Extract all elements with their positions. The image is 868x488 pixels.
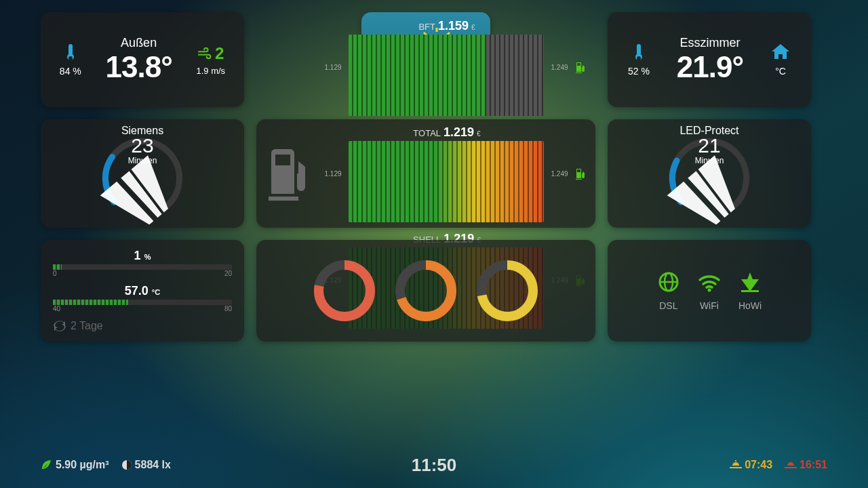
card-outside-temp[interactable]: 84 % Außen 13.8° 2 1.9 m/s (41, 12, 244, 107)
outside-temp: 13.8° (106, 50, 172, 84)
network-status-howi[interactable]: HoWi (738, 270, 762, 311)
card-system-stats[interactable]: 1 % 020 57.0 °C 4080 2 Tage (41, 240, 244, 342)
globe-icon (657, 270, 680, 296)
card-rings[interactable] (256, 240, 595, 342)
wifi-icon (698, 270, 721, 296)
inside-humidity: 52 % (628, 66, 650, 77)
wind-speed: 1.9 m/s (196, 66, 225, 76)
progress-ring (473, 257, 541, 325)
wind-icon (197, 47, 212, 60)
air-quality: 5.90 µg/m³ (56, 459, 109, 471)
road-icon (658, 146, 760, 245)
network-status-wifi[interactable]: WiFi (698, 270, 721, 311)
sunset-time: 16:51 (800, 459, 827, 471)
progress-ring (311, 257, 378, 325)
thermometer-icon (633, 43, 645, 63)
footer-bar: 5.90 µg/m³ 5884 lx 11:50 07:43 16:51 (41, 451, 827, 479)
inside-label: Esszimmer (679, 36, 740, 50)
cpu-load-bar (53, 264, 62, 270)
contrast-icon (121, 460, 132, 470)
svg-point-20 (707, 289, 711, 292)
sunrise-icon (730, 460, 742, 470)
sunset-icon (785, 460, 797, 470)
thermometer-icon (64, 43, 77, 63)
fuel-row: 1.129TOTAL 1.219 €1.249 (323, 125, 586, 222)
card-network[interactable]: DSLWiFiHoWi (608, 240, 811, 342)
sunrise-time: 07:43 (745, 459, 772, 471)
inside-unit: °C (775, 66, 786, 77)
system-age: 2 Tage (71, 320, 103, 332)
card-inside-temp[interactable]: 52 % Esszimmer 21.9° °C (608, 12, 811, 107)
network-status-dsl[interactable]: DSL (657, 270, 680, 311)
road-icon (91, 146, 193, 245)
lux: 5884 lx (135, 459, 171, 471)
home-icon (770, 43, 791, 60)
fuel-pump-icon (575, 167, 586, 180)
wind-bft: 2 (215, 44, 224, 63)
refresh-icon (53, 319, 66, 333)
card-commute-siemens[interactable]: Siemens 23 Minuten (41, 119, 244, 228)
outside-label: Außen (121, 36, 157, 50)
cpu-temp-bar (53, 300, 128, 305)
outside-humidity: 84 % (60, 66, 81, 77)
fuel-row: 1.129BFT 1.159 €1.249 (323, 19, 586, 116)
fuel-pump-icon (575, 61, 586, 73)
card-fuel-prices[interactable]: 1.129BFT 1.159 €1.2491.129TOTAL 1.219 €1… (256, 119, 595, 228)
svg-rect-21 (741, 290, 759, 292)
wizard-icon (738, 270, 762, 296)
leaf-icon (41, 459, 53, 471)
inside-temp: 21.9° (677, 50, 743, 84)
fuel-pump-icon (266, 146, 313, 201)
progress-ring (392, 257, 460, 325)
card-commute-led[interactable]: LED-Protect 21 Minuten (608, 119, 811, 228)
